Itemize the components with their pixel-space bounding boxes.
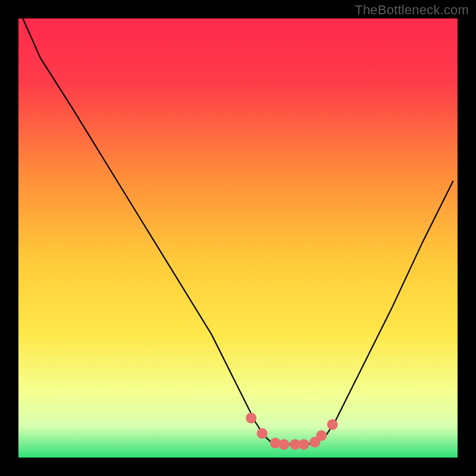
- watermark-text: TheBottleneck.com: [355, 2, 469, 18]
- highlight-marker: [327, 419, 338, 430]
- highlight-marker: [299, 439, 309, 450]
- highlight-marker: [246, 413, 256, 424]
- plot-background: [18, 18, 458, 458]
- highlight-marker: [257, 428, 268, 439]
- highlight-marker: [316, 430, 327, 441]
- bottleneck-chart: [0, 0, 476, 476]
- highlight-marker: [279, 439, 290, 450]
- chart-container: TheBottleneck.com: [0, 0, 476, 476]
